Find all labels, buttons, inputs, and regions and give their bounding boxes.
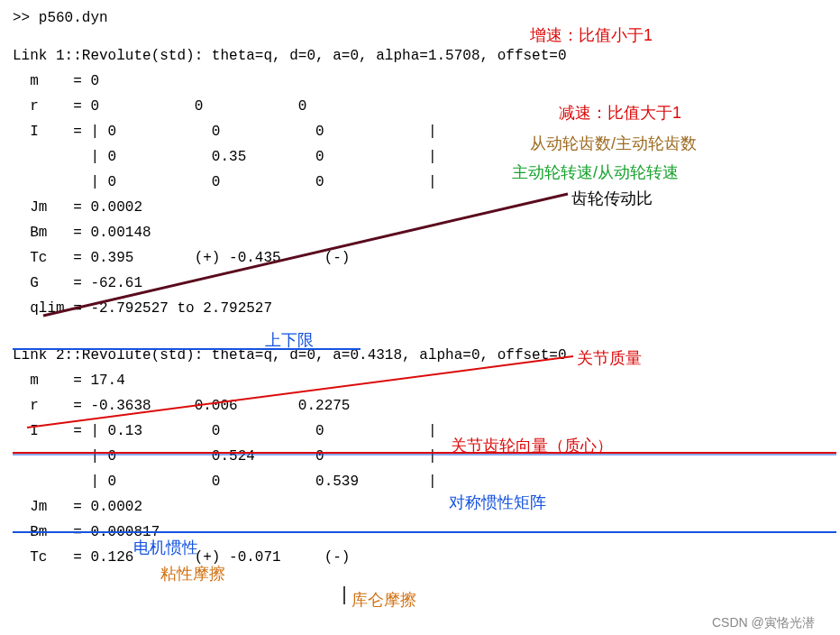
annot-slowdown: 减速：比值大于1	[559, 99, 681, 128]
annot-speedup: 增速：比值小于1	[530, 22, 653, 51]
annot-qlim: 上下限	[265, 327, 314, 355]
link1-m: m = 0	[13, 69, 835, 94]
annot-ratio2: 主动轮转速/从动轮转速	[512, 159, 679, 188]
command-prompt: >> p560.dyn	[13, 5, 835, 31]
link2-I0: I = | 0.13 0 0 |	[13, 419, 835, 444]
link1-Bm: Bm = 0.00148	[13, 220, 835, 245]
annot-inertia: 对称惯性矩阵	[449, 489, 546, 518]
annot-ratio1: 从动轮齿数/主动轮齿数	[530, 130, 697, 159]
link2-I1: | 0 0.524 0 |	[13, 444, 835, 469]
link1-qlim: qlim = -2.792527 to 2.792527	[13, 296, 835, 321]
annot-Bm: 粘性摩擦	[160, 560, 225, 589]
link2-Jm: Jm = 0.0002	[13, 494, 835, 520]
link1-Jm: Jm = 0.0002	[13, 195, 835, 220]
link1-header: Link 1::Revolute(std): theta=q, d=0, a=0…	[13, 43, 835, 69]
watermark: CSDN @寅恪光潜	[712, 612, 815, 634]
annot-Tc: 库仑摩擦	[352, 586, 416, 615]
link2-I2: | 0 0 0.539 |	[13, 469, 835, 494]
annot-jointmass: 关节质量	[577, 345, 642, 373]
link1-I2: | 0 0 0 |	[13, 170, 835, 195]
link2-header: Link 2::Revolute(std): theta=q, d=0, a=0…	[13, 343, 835, 368]
annot-gearratio: 齿轮传动比	[571, 185, 653, 214]
link2-m: m = 17.4	[13, 368, 835, 393]
link1-r: r = 0 0 0	[13, 94, 835, 119]
link1-G: G = -62.61	[13, 271, 835, 296]
annot-cog: 关节齿轮向量（质心）	[451, 432, 613, 461]
annot-motorJ: 电机惯性	[133, 534, 198, 563]
link1-Tc: Tc = 0.395 (+) -0.435 (-)	[13, 245, 835, 271]
link1-I1: | 0 0.35 0 |	[13, 144, 835, 170]
link2-r: r = -0.3638 0.006 0.2275	[13, 393, 835, 419]
link1-I0: I = | 0 0 0 |	[13, 119, 835, 144]
